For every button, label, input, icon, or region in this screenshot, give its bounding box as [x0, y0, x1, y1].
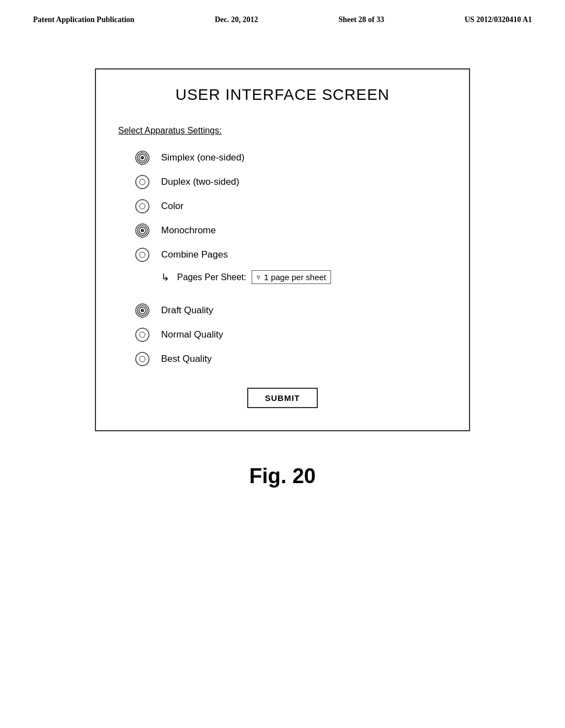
- radio-duplex[interactable]: [135, 174, 150, 190]
- option-combine[interactable]: Combine Pages: [118, 243, 447, 267]
- option-color[interactable]: Color: [118, 194, 447, 218]
- svg-point-7: [140, 204, 145, 209]
- svg-point-21: [140, 356, 145, 362]
- svg-point-3: [141, 156, 144, 159]
- patent-header: Patent Application Publication Dec. 20, …: [0, 0, 565, 24]
- publication-date: Dec. 20, 2012: [215, 15, 258, 24]
- radio-combine[interactable]: [135, 247, 150, 263]
- pages-per-sheet-row: ↳ Pages Per Sheet: ▿ 1 page per sheet: [145, 267, 447, 287]
- dropdown-value: 1 page per sheet: [264, 272, 326, 282]
- combine-label: Combine Pages: [161, 249, 228, 260]
- svg-point-17: [141, 309, 144, 312]
- ui-screen-title: USER INTERFACE SCREEN: [118, 86, 447, 104]
- radio-normal[interactable]: [135, 327, 150, 342]
- ui-screen-box: USER INTERFACE SCREEN Select Apparatus S…: [95, 68, 470, 431]
- normal-label: Normal Quality: [161, 329, 223, 340]
- pages-per-sheet-dropdown[interactable]: ▿ 1 page per sheet: [252, 270, 331, 284]
- svg-point-13: [140, 252, 145, 258]
- svg-point-19: [140, 332, 145, 338]
- option-duplex[interactable]: Duplex (two-sided): [118, 170, 447, 194]
- svg-point-5: [140, 179, 145, 185]
- arrow-indent-icon: ↳: [161, 271, 169, 283]
- option-normal[interactable]: Normal Quality: [118, 323, 447, 347]
- submit-area: SUBMIT: [118, 388, 447, 408]
- dropdown-icon: ▿: [257, 273, 260, 281]
- svg-point-4: [136, 175, 149, 189]
- radio-monochrome[interactable]: [135, 223, 150, 238]
- pages-per-sheet-label: Pages Per Sheet:: [177, 272, 246, 282]
- option-simplex[interactable]: Simplex (one-sided): [118, 146, 447, 170]
- figure-caption: Fig. 20: [249, 464, 316, 488]
- duplex-label: Duplex (two-sided): [161, 176, 239, 188]
- publication-label: Patent Application Publication: [33, 15, 135, 24]
- best-label: Best Quality: [161, 354, 212, 365]
- svg-point-6: [136, 200, 149, 213]
- svg-point-18: [136, 328, 149, 341]
- radio-simplex[interactable]: [135, 150, 150, 165]
- svg-point-11: [141, 229, 144, 232]
- draft-label: Draft Quality: [161, 305, 213, 316]
- main-content: USER INTERFACE SCREEN Select Apparatus S…: [0, 24, 565, 488]
- svg-point-12: [136, 248, 149, 261]
- radio-draft[interactable]: [135, 303, 150, 318]
- monochrome-label: Monochrome: [161, 225, 216, 236]
- option-draft[interactable]: Draft Quality: [118, 298, 447, 323]
- color-label: Color: [161, 201, 184, 212]
- select-label: Select Apparatus Settings:: [118, 126, 447, 136]
- options-list: Simplex (one-sided) Duplex (two-sided): [118, 146, 447, 371]
- simplex-label: Simplex (one-sided): [161, 152, 244, 163]
- svg-point-20: [136, 352, 149, 366]
- option-best[interactable]: Best Quality: [118, 347, 447, 371]
- radio-color[interactable]: [135, 199, 150, 214]
- patent-number: US 2012/0320410 A1: [465, 15, 532, 24]
- radio-best[interactable]: [135, 351, 150, 367]
- option-monochrome[interactable]: Monochrome: [118, 218, 447, 243]
- submit-button[interactable]: SUBMIT: [247, 388, 318, 408]
- sheet-info: Sheet 28 of 33: [338, 15, 384, 24]
